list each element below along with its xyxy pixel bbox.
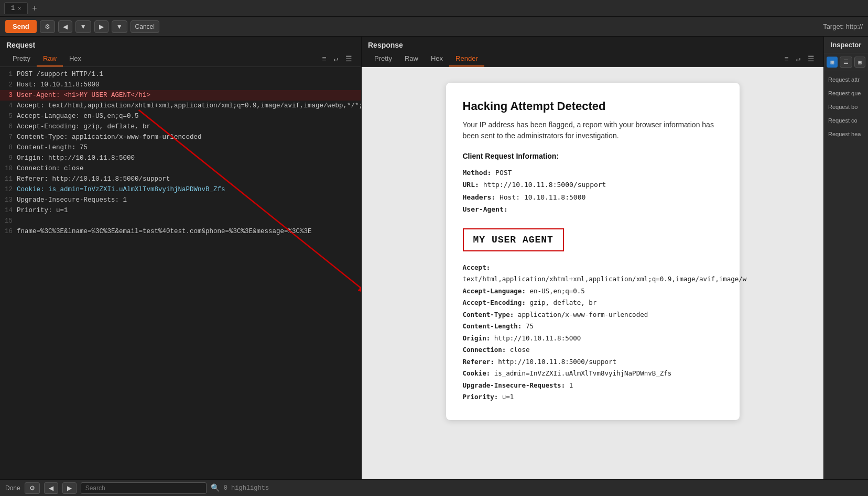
inspector-panel: Inspector ▦ ☰ ▣ Request attr Request que… bbox=[823, 37, 868, 479]
code-line-12: 12 Cookie: is_admin=InVzZXIi.uAlmXlTvm8v… bbox=[0, 184, 361, 195]
request-panel-title: Request bbox=[0, 37, 361, 51]
word-wrap-icon-resp[interactable]: ≡ bbox=[782, 54, 791, 64]
tab-pretty[interactable]: Pretty bbox=[6, 51, 37, 67]
tab-raw[interactable]: Raw bbox=[37, 51, 63, 67]
tab-response-hex[interactable]: Hex bbox=[425, 51, 449, 67]
tab-response-render[interactable]: Render bbox=[449, 51, 484, 67]
inspector-item-query[interactable]: Request que bbox=[826, 87, 866, 100]
code-line-3[interactable]: 3 User-Agent: <h1>MY USER AGENT</h1> bbox=[0, 90, 361, 101]
bottom-bar: Done ⚙ ◀ ▶ 🔍 0 highlights bbox=[0, 479, 868, 496]
nav-down2-button[interactable]: ▼ bbox=[112, 20, 127, 33]
nav-forward-button[interactable]: ▶ bbox=[94, 20, 108, 33]
search-icon: 🔍 bbox=[211, 483, 220, 492]
client-info-title: Client Request Information: bbox=[463, 152, 723, 160]
inspector-item-headers[interactable]: Request hea bbox=[826, 128, 866, 140]
code-line-9: 9 Origin: http://10.10.11.8:5000 bbox=[0, 153, 361, 163]
client-info-block: Method: POST URL: http://10.10.11.8:5000… bbox=[463, 167, 723, 216]
inspector-item-attr[interactable]: Request attr bbox=[826, 73, 866, 86]
nav-forward-bottom-button[interactable]: ▶ bbox=[62, 482, 77, 494]
inspector-list-icon[interactable]: ☰ bbox=[840, 57, 852, 68]
menu-icon-resp[interactable]: ☰ bbox=[805, 53, 817, 64]
response-panel: Response Pretty Raw Hex Render ≡ ↵ ☰ Hac… bbox=[362, 37, 823, 479]
chevron-left-icon: ◀ bbox=[63, 23, 68, 30]
request-panel-toolbar: ≡ ↵ ☰ bbox=[319, 53, 355, 64]
code-line-13: 13 Upgrade-Insecure-Requests: 1 bbox=[0, 195, 361, 205]
tab-response-pretty[interactable]: Pretty bbox=[368, 51, 398, 67]
accept-block: Accept: text/html,application/xhtml+xml,… bbox=[463, 262, 723, 403]
target-label: Target: http:// bbox=[823, 23, 863, 30]
chevron-down2-icon: ▼ bbox=[116, 23, 123, 30]
hack-description: Your IP address has been flagged, a repo… bbox=[463, 119, 723, 141]
chevron-right-icon: ▶ bbox=[99, 23, 104, 30]
newline-icon[interactable]: ↵ bbox=[331, 53, 341, 64]
cancel-button[interactable]: Cancel bbox=[131, 20, 159, 33]
inspector-view-icon[interactable]: ▣ bbox=[854, 57, 865, 68]
word-wrap-icon[interactable]: ≡ bbox=[319, 54, 329, 64]
nav-back-button[interactable]: ◀ bbox=[58, 20, 72, 33]
inspector-grid-icon[interactable]: ▦ bbox=[827, 57, 838, 68]
request-panel: Request Pretty Raw Hex ≡ ↵ ☰ 1 POST /sup… bbox=[0, 37, 362, 479]
search-input[interactable] bbox=[81, 482, 207, 494]
tab-hex[interactable]: Hex bbox=[63, 51, 88, 67]
code-line-15: 15 bbox=[0, 216, 361, 226]
code-line-2: 2 Host: 10.10.11.8:5000 bbox=[0, 80, 361, 90]
send-button[interactable]: Send bbox=[5, 20, 37, 33]
tab-bar: 1 ✕ + bbox=[0, 0, 868, 17]
response-panel-title: Response bbox=[362, 37, 823, 51]
highlights-count: 0 highlights bbox=[224, 484, 269, 492]
response-content: Hacking Attempt Detected Your IP address… bbox=[362, 67, 823, 479]
request-content: 1 POST /support HTTP/1.1 2 Host: 10.10.1… bbox=[0, 67, 361, 479]
status-text: Done bbox=[5, 484, 20, 492]
new-tab-button[interactable]: + bbox=[28, 4, 41, 13]
settings-button[interactable]: ⚙ bbox=[40, 20, 55, 33]
response-tabs: Pretty Raw Hex Render ≡ ↵ ☰ bbox=[362, 51, 823, 67]
render-background: Hacking Attempt Detected Your IP address… bbox=[362, 67, 823, 479]
settings-bottom-icon[interactable]: ⚙ bbox=[25, 482, 40, 494]
inspector-title: Inspector bbox=[824, 37, 868, 53]
code-line-7: 7 Content-Type: application/x-www-form-u… bbox=[0, 132, 361, 142]
inspector-icons: ▦ ☰ ▣ bbox=[824, 53, 868, 71]
nav-down-button[interactable]: ▼ bbox=[75, 20, 91, 33]
code-line-1: 1 POST /support HTTP/1.1 bbox=[0, 69, 361, 80]
code-line-10: 10 Connection: close bbox=[0, 163, 361, 174]
menu-icon[interactable]: ☰ bbox=[343, 53, 355, 64]
code-line-14: 14 Priority: u=1 bbox=[0, 205, 361, 216]
inspector-item-body[interactable]: Request bo bbox=[826, 101, 866, 113]
chevron-down-icon: ▼ bbox=[80, 23, 86, 30]
nav-back-bottom-button[interactable]: ◀ bbox=[44, 482, 58, 494]
request-tabs: Pretty Raw Hex ≡ ↵ ☰ bbox=[0, 51, 361, 67]
tab-1[interactable]: 1 ✕ bbox=[4, 2, 28, 14]
tab-response-raw[interactable]: Raw bbox=[398, 51, 425, 67]
inspector-item-cookies[interactable]: Request co bbox=[826, 114, 866, 127]
tab-label: 1 bbox=[11, 5, 15, 12]
gear-icon: ⚙ bbox=[45, 23, 50, 30]
user-agent-box: MY USER AGENT bbox=[463, 228, 564, 251]
toolbar: Send ⚙ ◀ ▼ ▶ ▼ Cancel Target: http:// bbox=[0, 17, 868, 37]
tab-close-icon[interactable]: ✕ bbox=[18, 5, 21, 12]
request-content-wrapper: 1 POST /support HTTP/1.1 2 Host: 10.10.1… bbox=[0, 67, 361, 479]
hack-title: Hacking Attempt Detected bbox=[463, 100, 723, 113]
code-line-8: 8 Content-Length: 75 bbox=[0, 142, 361, 153]
code-line-4: 4 Accept: text/html,application/xhtml+xm… bbox=[0, 101, 361, 111]
newline-icon-resp[interactable]: ↵ bbox=[794, 53, 803, 64]
code-line-16: 16 fname=%3C%3E&lname=%3C%3E&email=test%… bbox=[0, 226, 361, 237]
code-line-6: 6 Accept-Encoding: gzip, deflate, br bbox=[0, 122, 361, 132]
response-panel-toolbar: ≡ ↵ ☰ bbox=[782, 53, 817, 64]
code-line-11: 11 Referer: http://10.10.11.8:5000/suppo… bbox=[0, 174, 361, 184]
inspector-items: Request attr Request que Request bo Requ… bbox=[824, 71, 868, 142]
main-area: Request Pretty Raw Hex ≡ ↵ ☰ 1 POST /sup… bbox=[0, 37, 868, 479]
render-card: Hacking Attempt Detected Your IP address… bbox=[446, 83, 740, 420]
code-line-5: 5 Accept-Language: en-US,en;q=0.5 bbox=[0, 111, 361, 122]
